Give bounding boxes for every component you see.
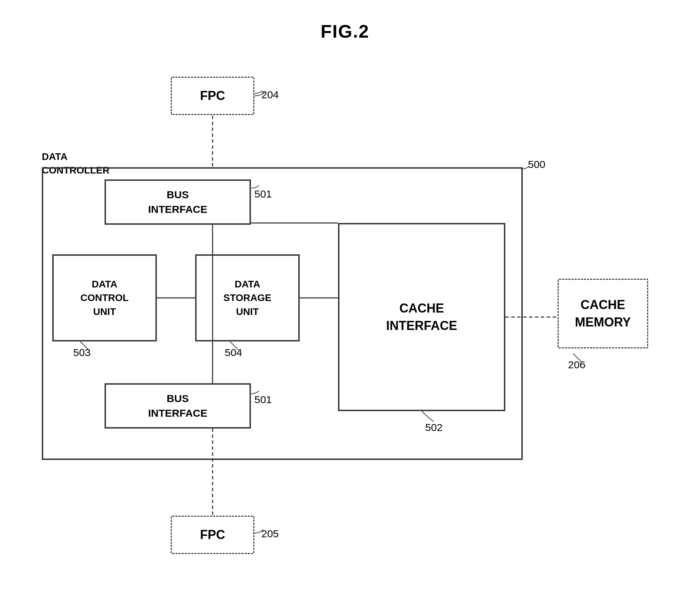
ref-501-bottom: 501 — [254, 394, 272, 406]
fpc-top-box: FPC — [171, 77, 254, 115]
ref-205: 205 — [261, 528, 279, 540]
ref-504: 504 — [225, 347, 242, 359]
data-storage-unit-label: DATASTORAGEUNIT — [223, 277, 271, 318]
ref-206: 206 — [568, 359, 585, 371]
ref-500: 500 — [528, 159, 545, 170]
cache-interface-box: CACHEINTERFACE — [338, 223, 505, 411]
bus-interface-top-box: BUSINTERFACE — [105, 179, 251, 225]
data-control-unit-label: DATACONTROLUNIT — [80, 277, 129, 318]
fpc-bottom-box: FPC — [171, 516, 254, 554]
fpc-top-label: FPC — [200, 88, 225, 103]
data-control-unit-box: DATACONTROLUNIT — [52, 254, 157, 341]
ref-502: 502 — [425, 422, 443, 433]
bus-interface-bottom-box: BUSINTERFACE — [105, 383, 251, 429]
cache-memory-label: CACHEMEMORY — [575, 296, 631, 331]
ref-204: 204 — [261, 89, 279, 101]
bus-interface-bottom-label: BUSINTERFACE — [148, 391, 207, 421]
cache-interface-label: CACHEINTERFACE — [386, 300, 457, 335]
fpc-bottom-label: FPC — [200, 528, 225, 542]
data-storage-unit-box: DATASTORAGEUNIT — [195, 254, 300, 341]
ref-501-top: 501 — [254, 188, 272, 200]
ref-503: 503 — [73, 347, 91, 359]
page-title: FIG.2 — [0, 0, 690, 42]
cache-memory-box: CACHEMEMORY — [558, 279, 648, 348]
bus-interface-top-label: BUSINTERFACE — [148, 187, 207, 217]
